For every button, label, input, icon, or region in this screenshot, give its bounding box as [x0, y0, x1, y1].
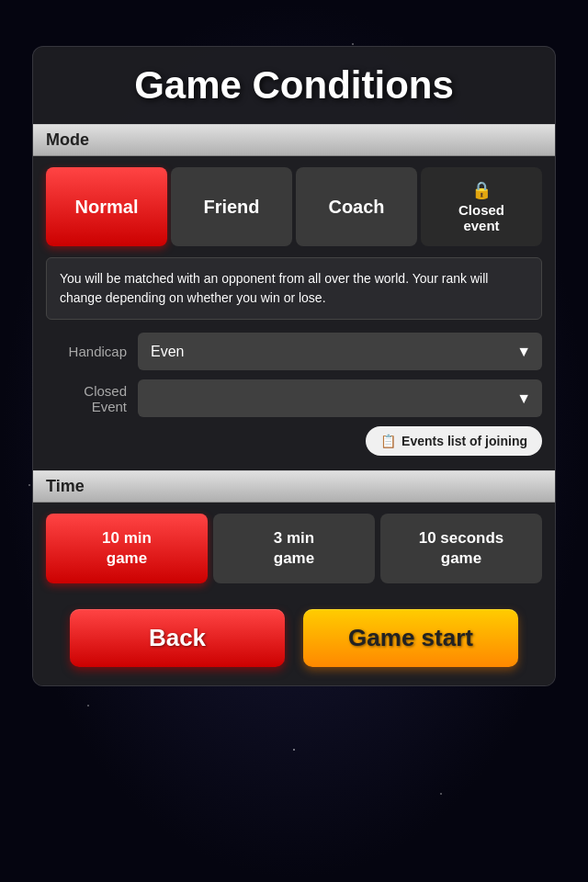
- mode-btn-normal[interactable]: Normal: [46, 167, 167, 246]
- handicap-row: Handicap Even +1 +2 -1 -2 ▼: [46, 333, 542, 370]
- title-bar: Game Conditions: [33, 47, 555, 124]
- bottom-bar: Back Game start: [33, 594, 555, 685]
- handicap-select-wrapper: Even +1 +2 -1 -2 ▼: [138, 333, 542, 370]
- events-list-label: Events list of joining: [401, 434, 527, 448]
- start-button[interactable]: Game start: [303, 609, 518, 667]
- time-btn-10sec[interactable]: 10 secondsgame: [380, 514, 542, 583]
- events-row: 📋 Events list of joining: [46, 426, 542, 456]
- mode-btn-closed[interactable]: 🔒 Closedevent: [421, 167, 542, 246]
- mode-section: Normal Friend Coach 🔒 Closedevent You wi…: [33, 156, 555, 470]
- time-btn-10min[interactable]: 10 mingame: [46, 514, 208, 583]
- time-buttons-group: 10 mingame 3 mingame 10 secondsgame: [46, 514, 542, 583]
- closed-event-select-wrapper: ▼: [138, 379, 542, 417]
- lock-icon: 🔒: [428, 180, 535, 200]
- back-button[interactable]: Back: [70, 609, 285, 667]
- mode-btn-coach[interactable]: Coach: [296, 167, 417, 246]
- mode-btn-friend[interactable]: Friend: [171, 167, 292, 246]
- mode-buttons-group: Normal Friend Coach 🔒 Closedevent: [46, 167, 542, 246]
- mode-description: You will be matched with an opponent fro…: [46, 257, 542, 320]
- closed-event-row: ClosedEvent ▼: [46, 379, 542, 417]
- time-section-header: Time: [33, 470, 555, 503]
- closed-event-label: ClosedEvent: [46, 383, 138, 414]
- time-section: 10 mingame 3 mingame 10 secondsgame: [33, 503, 555, 594]
- handicap-label: Handicap: [46, 344, 138, 359]
- closed-event-select[interactable]: [138, 379, 542, 417]
- time-btn-3min[interactable]: 3 mingame: [213, 514, 375, 583]
- handicap-select[interactable]: Even +1 +2 -1 -2: [138, 333, 542, 370]
- mode-section-header: Mode: [33, 124, 555, 156]
- events-list-button[interactable]: 📋 Events list of joining: [366, 426, 542, 456]
- page-title: Game Conditions: [51, 63, 537, 107]
- main-panel: Game Conditions Mode Normal Friend Coach…: [32, 46, 556, 686]
- closed-event-label: Closedevent: [458, 202, 504, 233]
- events-list-icon: 📋: [380, 434, 396, 448]
